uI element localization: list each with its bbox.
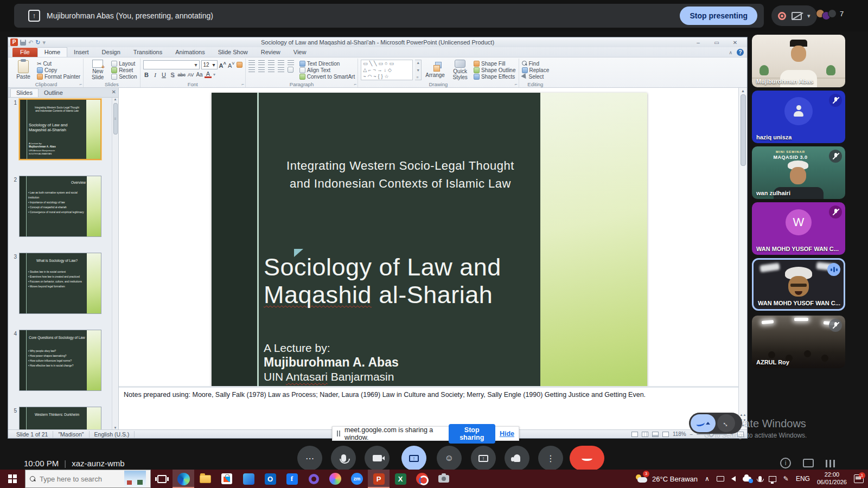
save-icon[interactable] bbox=[20, 40, 26, 46]
participant-tile[interactable]: AZRUL Roy bbox=[752, 316, 845, 368]
tab-file[interactable]: File bbox=[12, 48, 37, 57]
title-bar[interactable]: P ↶ ↻ ▾ Sociology of Law and Maqashid al… bbox=[8, 37, 747, 47]
taskbar-clock[interactable]: 22:00 06/01/2026 bbox=[817, 471, 847, 486]
search-input[interactable] bbox=[40, 475, 110, 483]
font-dialog-launcher[interactable]: ⌐ bbox=[241, 82, 244, 87]
line-spacing-icon[interactable] bbox=[288, 60, 294, 65]
taskbar-mail[interactable] bbox=[238, 470, 259, 488]
close-button[interactable]: ✕ bbox=[729, 40, 742, 46]
tab-slides[interactable]: Slides bbox=[10, 88, 39, 97]
find-button[interactable]: Find bbox=[522, 60, 550, 67]
chat-icon[interactable] bbox=[803, 459, 814, 467]
more-options-button[interactable]: ⋮ bbox=[538, 446, 563, 471]
start-button[interactable] bbox=[0, 470, 25, 488]
powerpoint-logo-icon[interactable]: P bbox=[10, 38, 18, 46]
copy-button[interactable]: Copy bbox=[37, 67, 80, 73]
drawing-dialog-launcher[interactable]: ⌐ bbox=[515, 82, 518, 87]
italic-button[interactable]: I bbox=[152, 72, 159, 78]
display-tray-icon[interactable] bbox=[717, 476, 724, 481]
participant-tile[interactable]: W WAN MOHD YUSOF WAN C... bbox=[752, 202, 845, 255]
slideshow-view-button[interactable] bbox=[662, 432, 669, 437]
help-icon[interactable]: ? bbox=[737, 49, 744, 56]
slide-thumbnail-2[interactable]: 2 Overview • Law as both normative syste… bbox=[10, 176, 118, 237]
change-case-button[interactable]: Aa bbox=[196, 72, 203, 78]
cut-button[interactable]: ✂Cut bbox=[37, 60, 80, 67]
decrease-indent-icon[interactable] bbox=[268, 60, 275, 65]
zoom-out-button[interactable]: ‒ bbox=[690, 432, 693, 437]
taskbar-search[interactable] bbox=[25, 470, 151, 488]
font-color-button[interactable]: A bbox=[205, 71, 212, 78]
mic-tray-icon[interactable] bbox=[758, 476, 762, 481]
taskbar-edge[interactable] bbox=[173, 470, 194, 488]
screen-share-button[interactable]: ↑ bbox=[471, 446, 496, 471]
numbering-icon[interactable] bbox=[258, 60, 265, 65]
chevron-down-icon[interactable]: ▾ bbox=[807, 12, 810, 20]
shapes-gallery-scroll[interactable]: ▲▼≡ bbox=[415, 60, 422, 80]
taskbar-camera-app[interactable] bbox=[433, 470, 455, 488]
arrange-button[interactable]: Arrange bbox=[424, 60, 446, 80]
layout-button[interactable]: Layout bbox=[111, 60, 137, 67]
onedrive-icon[interactable] bbox=[743, 477, 751, 481]
canvas-scrollbar-thumb[interactable] bbox=[741, 94, 746, 166]
reactions-button[interactable]: ☺ bbox=[437, 446, 462, 471]
paragraph-dialog-launcher[interactable]: ⌐ bbox=[354, 82, 357, 87]
previous-slide-button[interactable]: ▲▲ bbox=[740, 414, 746, 416]
slide-canvas[interactable]: Integrating Western Socio-Legal Thought … bbox=[119, 88, 738, 386]
char-spacing-button[interactable]: AV bbox=[187, 72, 194, 78]
participant-tile[interactable]: MINI SEMINAR MAQASID 3.0 wan zulhairi bbox=[752, 146, 845, 199]
panel-close-icon[interactable]: ✕ bbox=[112, 89, 116, 95]
participant-tile[interactable]: Mujiburohman Abas bbox=[752, 35, 845, 87]
tab-slide-show[interactable]: Slide Show bbox=[212, 48, 254, 57]
fit-to-window-button[interactable] bbox=[737, 432, 744, 437]
quick-styles-button[interactable]: Quick Styles bbox=[449, 60, 471, 80]
volume-icon[interactable] bbox=[731, 476, 736, 481]
section-button[interactable]: Section bbox=[111, 73, 137, 80]
annotation-off-icon[interactable] bbox=[792, 12, 802, 20]
network-icon[interactable] bbox=[769, 476, 776, 482]
tab-design[interactable]: Design bbox=[95, 48, 127, 57]
shape-outline-button[interactable]: Shape Outline bbox=[474, 67, 515, 73]
slide-sorter-view-button[interactable] bbox=[642, 432, 648, 437]
shape-fill-button[interactable]: Shape Fill bbox=[474, 60, 515, 67]
increase-indent-icon[interactable] bbox=[278, 60, 284, 65]
tab-view[interactable]: View bbox=[287, 48, 313, 57]
justify-icon[interactable] bbox=[278, 67, 284, 72]
shadow-button[interactable]: S bbox=[169, 72, 176, 78]
stop-sharing-button[interactable]: Stop sharing bbox=[449, 424, 495, 444]
columns-icon[interactable] bbox=[288, 67, 293, 73]
task-view-button[interactable] bbox=[151, 470, 173, 488]
taskbar-facebook[interactable]: f bbox=[281, 470, 303, 488]
theme-name[interactable]: "Madison" bbox=[53, 431, 89, 438]
slide-thumbnail-3[interactable]: 3 What is Sociology of Law? • Studies la… bbox=[10, 253, 118, 314]
taskbar-zoom[interactable]: zm bbox=[346, 470, 368, 488]
undo-icon[interactable]: ↶ bbox=[28, 39, 33, 46]
pen-tray-icon[interactable]: ✎ bbox=[783, 475, 789, 483]
panel-scrollbar-thumb[interactable]: ≡ bbox=[113, 103, 118, 134]
taskbar-powerpoint[interactable]: P bbox=[368, 470, 390, 488]
normal-view-button[interactable] bbox=[631, 432, 638, 437]
tab-transitions[interactable]: Transitions bbox=[127, 48, 169, 57]
tab-home[interactable]: Home bbox=[37, 47, 67, 57]
taskbar-office[interactable] bbox=[303, 470, 324, 488]
font-size-select[interactable]: 12▾ bbox=[201, 60, 218, 69]
shapes-gallery[interactable]: ▭╲╲▭○▭ △⌐¬→↓◇ ~◠~{}☆ bbox=[361, 60, 413, 80]
bullets-icon[interactable] bbox=[248, 60, 255, 65]
stop-presenting-button[interactable]: Stop presenting bbox=[680, 7, 757, 25]
text-direction-button[interactable]: Text Direction bbox=[299, 60, 355, 67]
clipboard-dialog-launcher[interactable]: ⌐ bbox=[79, 82, 82, 87]
format-painter-button[interactable]: Format Painter bbox=[37, 73, 80, 80]
qat-dropdown-icon[interactable]: ▾ bbox=[42, 39, 46, 46]
slide-1[interactable]: Integrating Western Socio-Legal Thought … bbox=[212, 93, 647, 386]
camera-button[interactable] bbox=[365, 446, 390, 471]
zoom-level[interactable]: 118% bbox=[673, 431, 686, 437]
new-slide-button[interactable]: New Slide bbox=[86, 60, 109, 80]
select-button[interactable]: Select bbox=[522, 73, 550, 80]
shape-effects-button[interactable]: Shape Effects bbox=[474, 73, 515, 80]
notes-pane[interactable]: Notes prepared using: Moore, Sally Falk … bbox=[119, 386, 738, 429]
action-center-icon[interactable]: 1 bbox=[854, 474, 864, 483]
font-name-select[interactable]: ▾ bbox=[143, 60, 200, 69]
tab-insert[interactable]: Insert bbox=[67, 48, 95, 57]
reading-view-button[interactable] bbox=[652, 432, 659, 437]
underline-button[interactable]: U bbox=[161, 72, 168, 78]
replace-button[interactable]: Replace bbox=[522, 67, 550, 73]
